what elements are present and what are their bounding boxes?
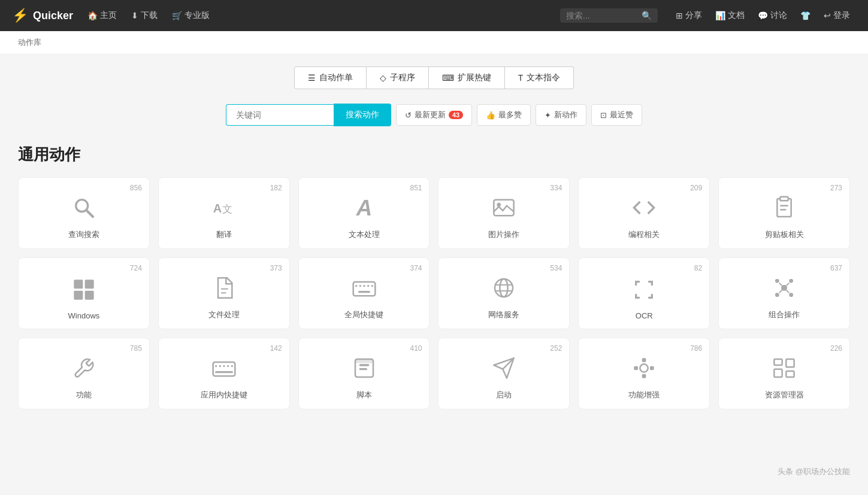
svg-rect-45 [359,364,369,366]
card-count: 182 [270,184,282,192]
card-label: 功能增强 [628,390,660,400]
tabs-container: ☰ 自动作单 ◇ 子程序 ⌨ 扩展热键 T 文本指令 [18,66,850,89]
search-icon: 🔍 [642,11,652,20]
svg-rect-46 [359,368,367,370]
filter-most-liked[interactable]: 👍 最多赞 [477,104,531,126]
card-resource_mgr[interactable]: 226 资源管理器 [718,338,850,409]
discuss-icon: 💬 [758,11,768,20]
nav-home-label: 主页 [100,10,117,21]
card-icon-keyboard [352,276,376,303]
tab-hotkey[interactable]: ⌨ 扩展热键 [429,66,505,89]
svg-rect-47 [355,359,373,363]
card-label: 编程相关 [628,229,660,240]
card-network[interactable]: 534 网络服务 [438,257,570,329]
filter-new-action[interactable]: ✦ 新动作 [536,104,586,126]
card-count: 534 [550,264,562,272]
nav-docs-label: 文档 [728,10,745,21]
svg-rect-17 [353,282,375,296]
shirt-icon: 👕 [800,11,810,20]
filter-latest-label: 最新更新 [415,110,446,120]
new-icon: ✦ [545,111,551,120]
nav-home[interactable]: 🏠 主页 [81,7,123,25]
card-windows[interactable]: 724 Windows [18,257,150,329]
card-programming[interactable]: 209 编程相关 [578,177,710,249]
svg-point-24 [495,279,513,297]
card-launch[interactable]: 252 启动 [438,338,570,409]
card-label: 网络服务 [488,309,519,320]
nav-download[interactable]: ⬇ 下载 [125,7,164,25]
card-label: 组合操作 [769,309,800,320]
card-enhance[interactable]: 786 功能增强 [578,338,710,409]
tab-hotkey-label: 扩展热键 [458,72,491,83]
nav-shirt[interactable]: 👕 [794,7,816,24]
card-count: 856 [130,184,142,192]
tab-text-label: 文本指令 [527,72,560,83]
card-label: 文本处理 [349,229,380,240]
svg-text:A: A [213,202,221,215]
card-icon-network [492,276,516,303]
card-combo[interactable]: 637 组合操作 [718,257,850,329]
cards-row1: 856 查询搜索 182 A文 翻译 851 A 文本处理 334 图片操作 2… [18,177,850,249]
card-file_process[interactable]: 373 文件处理 [158,257,290,329]
svg-text:A: A [355,196,371,220]
card-search_query[interactable]: 856 查询搜索 [18,177,150,249]
svg-point-31 [775,293,779,297]
svg-rect-12 [85,280,94,289]
svg-rect-8 [780,197,788,201]
card-feature[interactable]: 785 功能 [18,338,150,409]
card-count: 209 [690,184,702,192]
card-ocr[interactable]: 82 OCR [578,257,710,329]
card-app_hotkey[interactable]: 142 应用内快捷键 [158,338,290,409]
tab-auto-icon: ☰ [308,73,316,83]
tab-text[interactable]: T 文本指令 [505,66,574,89]
card-count: 786 [690,344,702,353]
card-translate[interactable]: 182 A文 翻译 [158,177,290,249]
keyword-input[interactable] [226,104,334,126]
card-label: 资源管理器 [765,390,804,400]
nav-discuss-label: 讨论 [770,10,787,21]
brand[interactable]: ⚡ Quicker [12,8,73,23]
card-clipboard[interactable]: 273 剪贴板相关 [718,177,850,249]
breadcrumb-text: 动作库 [18,38,41,47]
card-script[interactable]: 410 脚本 [298,338,430,409]
nav-login-label: 登录 [833,10,850,21]
card-count: 410 [410,344,422,353]
svg-text:文: 文 [222,204,232,215]
nav-search-input[interactable] [566,11,638,20]
card-label: 启动 [496,390,512,400]
filter-recent-liked[interactable]: ⊡ 最近赞 [591,104,642,126]
card-icon-appkey [212,356,236,384]
tab-sub[interactable]: ◇ 子程序 [367,66,429,89]
nav-actions: ⊞ 分享 📊 文档 💬 讨论 👕 ↩ 登录 [670,7,856,25]
nav-pro-label: 专业版 [185,10,210,21]
card-text_process[interactable]: 851 A 文本处理 [298,177,430,249]
nav-discuss[interactable]: 💬 讨论 [752,7,793,25]
card-global_hotkey[interactable]: 374 全局快捷键 [298,257,430,329]
svg-rect-53 [634,366,639,371]
card-label: 功能 [76,390,92,400]
nav-share-label: 分享 [685,10,702,21]
cards-row2: 724 Windows 373 文件处理 374 全局快捷键 534 网络服务 … [18,257,850,329]
search-action-button[interactable]: 搜索动作 [334,104,391,126]
card-label: 图片操作 [488,229,519,240]
card-count: 273 [830,184,842,192]
card-icon-code [632,196,656,223]
tab-sub-icon: ◇ [380,73,386,83]
main-content: ☰ 自动作单 ◇ 子程序 ⌨ 扩展热键 T 文本指令 搜索动作 ↺ 最新更新 4… [0,54,868,495]
card-label: OCR [636,311,653,320]
card-icon-translate: A文 [212,196,236,223]
brand-icon: ⚡ [12,8,28,23]
svg-point-6 [497,203,501,207]
card-icon-windows [72,278,96,305]
section-title: 通用动作 [18,144,850,165]
svg-rect-37 [213,362,235,376]
nav-docs[interactable]: 📊 文档 [709,7,751,25]
card-image_ops[interactable]: 334 图片操作 [438,177,570,249]
nav-share[interactable]: ⊞ 分享 [670,7,708,25]
filter-most-liked-label: 最多赞 [498,110,522,120]
nav-pro[interactable]: 🛒 专业版 [166,7,216,25]
filter-latest[interactable]: ↺ 最新更新 43 [396,104,472,126]
nav-login[interactable]: ↩ 登录 [818,7,856,25]
docs-icon: 📊 [715,11,725,20]
tab-auto[interactable]: ☰ 自动作单 [294,66,367,89]
